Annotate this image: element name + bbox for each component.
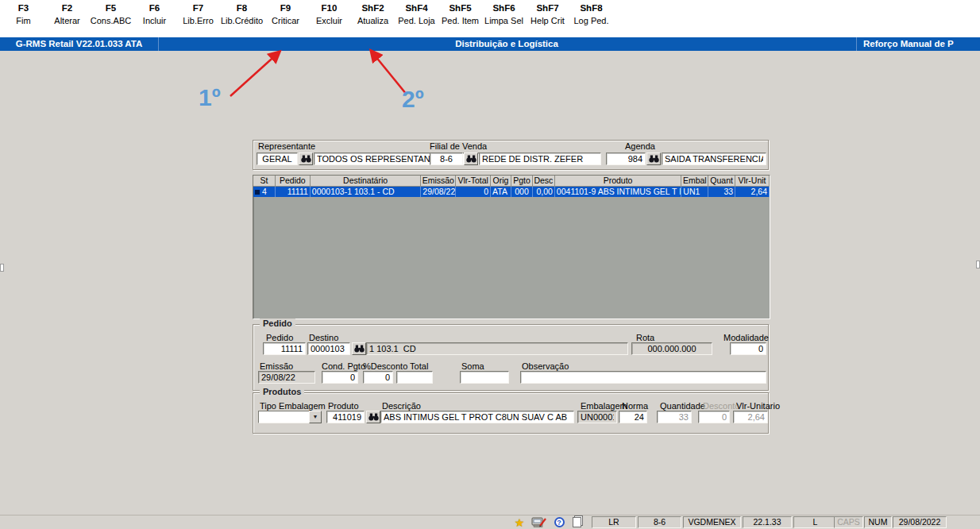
right-edge-handle[interactable]: [976, 261, 980, 268]
column-header-embal[interactable]: Embal: [681, 176, 708, 186]
cell-st: 4: [253, 187, 276, 197]
toolbar-label: Criticar: [264, 16, 307, 25]
toolbar-key: F2: [45, 3, 89, 13]
toolbar-label: Log Ped.: [569, 16, 613, 25]
annotation-step-2: 2º: [402, 86, 424, 113]
desconto-total-label: %Desconto Total: [363, 361, 428, 371]
agenda-code-field[interactable]: [606, 153, 646, 165]
toolbar-key: ShF8: [569, 3, 613, 13]
favorites-button[interactable]: ★: [511, 515, 527, 529]
emissao-label: Emissão: [260, 361, 293, 371]
toolbar-button-shf5[interactable]: ShF5Ped. Item: [438, 3, 482, 37]
column-header-vlr-total[interactable]: Vlr-Total: [456, 176, 491, 186]
embalagem-field[interactable]: [577, 411, 617, 423]
column-header-pgto[interactable]: Pgto: [511, 176, 533, 186]
toolbar-button-shf6[interactable]: ShF6Limpa Sel: [482, 3, 526, 37]
toolbar-button-f7[interactable]: F7Lib.Erro: [176, 3, 220, 37]
help-icon: ?: [554, 517, 565, 527]
cell-desc: 0,00: [533, 187, 555, 197]
soma-field[interactable]: [460, 371, 509, 384]
toolbar-key: ShF2: [351, 3, 395, 13]
produtos-group-title: Produtos: [260, 387, 304, 396]
representante-code-field[interactable]: [257, 153, 298, 165]
toolbar-button-f9[interactable]: F9Criticar: [264, 3, 307, 37]
cell-pedido: 11111: [276, 187, 311, 197]
desconto-total-field[interactable]: [396, 371, 433, 384]
document-button[interactable]: [569, 515, 585, 529]
toolbar-label: Fim: [2, 16, 45, 25]
quantidade-field[interactable]: [657, 411, 692, 423]
produto-code-field[interactable]: [326, 411, 365, 423]
orders-grid-header: St Pedido Destinatário Emissão Vlr-Total…: [253, 176, 770, 187]
app-window: F3Fim F2Alterar F5Cons.ABC F6Incluir F7L…: [0, 0, 980, 529]
toolbar-button-f10[interactable]: F10Excluir: [307, 3, 351, 37]
toolbar-label: Cons.ABC: [89, 16, 133, 25]
column-header-produto[interactable]: Produto: [555, 176, 682, 186]
produto-lookup-button[interactable]: [366, 411, 380, 423]
edit-log-button[interactable]: [529, 515, 550, 529]
toolbar-key: F5: [89, 3, 133, 13]
toolbar-button-shf2[interactable]: ShF2Atualiza: [351, 3, 395, 37]
destino-lookup-button[interactable]: [352, 342, 366, 355]
destino-code-field[interactable]: [307, 342, 350, 355]
norma-field[interactable]: [619, 411, 647, 423]
pedido-number-field[interactable]: [263, 342, 306, 355]
cell-orig: ATA: [491, 187, 511, 197]
help-button[interactable]: ?: [551, 515, 567, 529]
column-header-st[interactable]: St: [253, 176, 276, 186]
toolbar-key: ShF6: [482, 3, 526, 13]
order-row-selected[interactable]: 4 11111 0000103-1 103.1 - CD 29/08/22 0 …: [253, 187, 770, 197]
tipo-embalagem-select[interactable]: ▼: [258, 411, 322, 423]
toolbar-button-shf4[interactable]: ShF4Ped. Loja: [395, 3, 438, 37]
toolbar-label: Limpa Sel: [482, 16, 526, 25]
column-header-pedido[interactable]: Pedido: [276, 176, 311, 186]
toolbar-label: Lib.Crédito: [220, 16, 264, 25]
cell-destinatario: 0000103-1 103.1 - CD: [311, 187, 422, 197]
modalidade-field[interactable]: [730, 342, 766, 355]
filial-desc-field[interactable]: [479, 153, 601, 165]
rota-field[interactable]: [631, 342, 712, 355]
observacao-field[interactable]: [520, 371, 766, 384]
observacao-label: Observação: [522, 361, 569, 371]
agenda-lookup-button[interactable]: [646, 153, 661, 165]
filial-lookup-button[interactable]: [464, 153, 478, 165]
toolbar-key: ShF4: [395, 3, 438, 13]
destino-desc-field[interactable]: [366, 342, 628, 355]
status-date: 29/08/2022: [893, 516, 947, 528]
produto-label: Produto: [328, 401, 359, 411]
emissao-field[interactable]: [258, 371, 315, 384]
desconto-field[interactable]: [698, 411, 730, 423]
title-bar: G-RMS Retail V22.01.033 ATA Distribuição…: [0, 37, 980, 51]
column-header-orig[interactable]: Orig: [491, 176, 511, 186]
toolbar-button-shf7[interactable]: ShF7Help Crit: [526, 3, 569, 37]
row-select-marker: [255, 190, 260, 195]
screen-title: Reforço Manual de P: [856, 37, 980, 51]
toolbar-button-shf8[interactable]: ShF8Log Ped.: [569, 3, 613, 37]
chevron-down-icon[interactable]: ▼: [309, 411, 322, 423]
toolbar-button-f6[interactable]: F6Incluir: [133, 3, 176, 37]
descricao-field[interactable]: [380, 411, 574, 423]
column-header-destinatario[interactable]: Destinatário: [311, 176, 422, 186]
destino-label: Destino: [309, 333, 338, 342]
toolbar-label: Help Crit: [526, 16, 569, 25]
column-header-emissao[interactable]: Emissão: [421, 176, 456, 186]
cond-pgto-field[interactable]: [322, 371, 358, 384]
cell-pgto: 000: [511, 187, 533, 197]
column-header-desc[interactable]: Desc: [533, 176, 555, 186]
binoculars-icon: [368, 413, 379, 421]
left-edge-handle[interactable]: [0, 264, 4, 272]
vlr-unitario-field[interactable]: [733, 411, 768, 423]
desconto-pct-field[interactable]: [363, 371, 393, 384]
toolbar-key: ShF7: [526, 3, 569, 13]
filial-code-field[interactable]: [430, 153, 463, 165]
toolbar-button-f8[interactable]: F8Lib.Crédito: [220, 3, 264, 37]
filial-label: Filial de Venda: [430, 141, 487, 151]
agenda-desc-field[interactable]: [662, 153, 766, 165]
cell-vlr-unit: 2,64: [735, 187, 770, 197]
toolbar-button-f5[interactable]: F5Cons.ABC: [89, 3, 133, 37]
column-header-quant[interactable]: Quant: [708, 176, 735, 186]
toolbar-button-f2[interactable]: F2Alterar: [45, 3, 89, 37]
toolbar-button-f3[interactable]: F3Fim: [2, 3, 45, 37]
representante-lookup-button[interactable]: [299, 153, 313, 165]
column-header-vlr-unit[interactable]: Vlr-Unit: [735, 176, 770, 186]
